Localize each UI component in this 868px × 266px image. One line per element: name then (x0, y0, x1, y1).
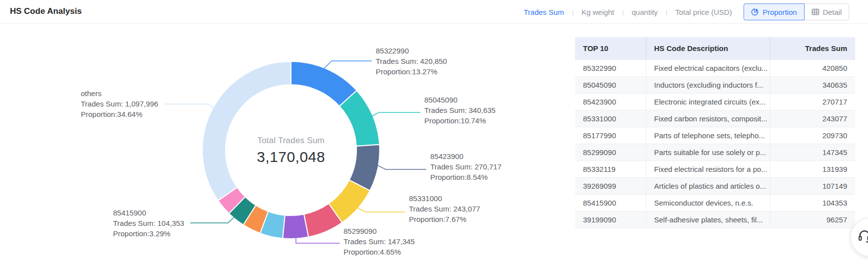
metric-tab-kg-weight[interactable]: Kg weight (580, 8, 615, 16)
metric-tab-total-price-usd-[interactable]: Total price (USD) (674, 8, 733, 16)
table-row[interactable]: 85331000Fixed carbon resistors, composit… (575, 110, 855, 127)
table-icon (811, 8, 819, 16)
slice-label-trades-sum: Trades Sum: 147,345 (344, 236, 415, 247)
table-row[interactable]: 39269099Articles of plastics and article… (575, 177, 855, 194)
proportion-button-label: Proportion (762, 8, 797, 16)
cell-value: 209730 (770, 127, 855, 144)
table-row[interactable]: 85332119Fixed electrical resistors for a… (575, 160, 855, 177)
tab-separator: | (622, 8, 624, 16)
pie-chart-icon (751, 8, 759, 16)
cell-value: 131939 (770, 160, 855, 177)
cell-description: Electronic integrated circuits (ex... (646, 93, 770, 110)
slice-label-name: 85331000 (409, 193, 480, 204)
table-row[interactable]: 85415900Semiconductor devices, n.e.s.104… (575, 194, 855, 211)
table-row[interactable]: 39199090Self-adhesive plates, sheets, fi… (575, 211, 855, 228)
view-toggle-group: Proportion Detail (744, 3, 849, 20)
slice-label-85045090: 85045090Trades Sum: 340,635Proportion:10… (424, 95, 496, 126)
cell-value: 96257 (770, 211, 855, 228)
detail-button[interactable]: Detail (804, 3, 849, 20)
metric-tabs: Trades Sum|Kg weight|quantity|Total pric… (522, 8, 733, 16)
slice-label-85322990: 85322990Trades Sum: 420,850Proportion:13… (376, 46, 447, 77)
cell-value: 270717 (770, 93, 855, 110)
proportion-button[interactable]: Proportion (744, 3, 804, 20)
label-callout-85045090 (371, 112, 420, 117)
table-row[interactable]: 85299090Parts suitable for use solely or… (575, 144, 855, 160)
table-row[interactable]: 85322990Fixed electrical capacitors (exc… (575, 59, 855, 76)
headset-icon (857, 228, 868, 243)
cell-value: 340635 (770, 76, 855, 93)
cell-description: Fixed carbon resistors, composit... (646, 110, 770, 127)
slice-label-proportion: Proportion:10.74% (424, 115, 496, 126)
label-callout-85322990 (323, 61, 372, 69)
slice-label-name: 85423900 (430, 151, 502, 161)
table-row[interactable]: 85177990Parts of telephone sets, telepho… (575, 127, 855, 144)
cell-code: 85045090 (575, 76, 646, 93)
cell-code: 85299090 (575, 144, 646, 160)
slice-label-85423900: 85423900Trades Sum: 270,717Proportion:8.… (430, 151, 502, 182)
donut-chart-area: Total Trades Sum 3,170,048 85322990Trade… (0, 24, 525, 266)
tab-separator: | (572, 8, 574, 16)
detail-button-label: Detail (823, 8, 842, 16)
cell-code: 85177990 (575, 127, 646, 144)
slice-label-trades-sum: Trades Sum: 340,635 (424, 105, 496, 115)
slice-label-proportion: Proportion:4.65% (344, 247, 415, 257)
cell-code: 85322990 (575, 59, 646, 76)
slice-label-proportion: Proportion:8.54% (430, 172, 502, 182)
cell-value: 243077 (770, 110, 855, 127)
slice-label-trades-sum: Trades Sum: 243,077 (409, 204, 480, 214)
page-header: HS Code Analysis Trades Sum|Kg weight|qu… (0, 0, 868, 24)
table-header: TOP 10HS Code DescriptionTrades Sum (575, 37, 855, 59)
tab-separator: | (666, 8, 667, 16)
slice-label-trades-sum: Trades Sum: 270,717 (430, 161, 502, 172)
slice-label-85415900: 85415900Trades Sum: 104,353Proportion:3.… (113, 208, 184, 239)
slice-label-proportion: Proportion:34.64% (81, 109, 158, 119)
cell-value: 420850 (770, 59, 855, 76)
slice-label-name: 85045090 (424, 95, 496, 105)
cell-code: 85331000 (575, 110, 646, 127)
cell-description: Self-adhesive plates, sheets, fil... (646, 211, 770, 228)
slice-label-trades-sum: Trades Sum: 420,850 (376, 56, 447, 66)
column-header-1: HS Code Description (646, 37, 770, 59)
slice-label-85331000: 85331000Trades Sum: 243,077Proportion:7.… (409, 193, 480, 224)
page-title: HS Code Analysis (10, 6, 82, 16)
label-callout-85423900 (377, 165, 426, 169)
slice-label-name: others (81, 88, 158, 99)
cell-code: 85415900 (575, 194, 646, 211)
column-header-2: Trades Sum (770, 37, 855, 59)
metric-tab-quantity[interactable]: quantity (631, 8, 659, 16)
slice-label-85299090: 85299090Trades Sum: 147,345Proportion:4.… (344, 226, 415, 257)
label-callout-others (165, 104, 218, 112)
cell-value: 107149 (770, 177, 855, 194)
metric-tab-trades-sum[interactable]: Trades Sum (522, 8, 565, 16)
slice-label-proportion: Proportion:3.29% (113, 228, 184, 239)
cell-description: Parts of telephone sets, telepho... (646, 127, 770, 144)
pie-slice-85299090[interactable] (283, 214, 308, 239)
table-row[interactable]: 85423900Electronic integrated circuits (… (575, 93, 855, 110)
header-controls: Trades Sum|Kg weight|quantity|Total pric… (522, 0, 849, 24)
slice-label-proportion: Proportion:7.67% (409, 214, 480, 224)
cell-description: Parts suitable for use solely or p... (646, 144, 770, 160)
cell-description: Inductors (excluding inductors f... (646, 76, 770, 93)
cell-description: Semiconductor devices, n.e.s. (646, 194, 770, 211)
cell-value: 147345 (770, 144, 855, 160)
cell-code: 85423900 (575, 93, 646, 110)
slice-label-name: 85322990 (376, 46, 447, 56)
slice-label-others: othersTrades Sum: 1,097,996Proportion:34… (81, 88, 158, 119)
slice-label-name: 85415900 (113, 208, 184, 218)
table-row[interactable]: 85045090Inductors (excluding inductors f… (575, 76, 855, 93)
cell-description: Fixed electrical capacitors (exclu... (646, 59, 770, 76)
slice-label-trades-sum: Trades Sum: 1,097,996 (81, 99, 158, 109)
column-header-0: TOP 10 (575, 37, 646, 59)
slice-label-name: 85299090 (344, 226, 415, 236)
top10-table: TOP 10HS Code DescriptionTrades Sum 8532… (575, 37, 855, 228)
cell-description: Articles of plastics and articles o... (646, 177, 770, 194)
cell-code: 39199090 (575, 211, 646, 228)
cell-code: 85332119 (575, 160, 646, 177)
cell-code: 39269099 (575, 177, 646, 194)
cell-value: 104353 (770, 194, 855, 211)
label-callout-85415900 (190, 216, 235, 223)
hs-code-analysis-page: HS Code Analysis Trades Sum|Kg weight|qu… (0, 0, 868, 266)
cell-description: Fixed electrical resistors for a po... (646, 160, 770, 177)
pie-slice-others[interactable] (202, 61, 291, 201)
slice-label-trades-sum: Trades Sum: 104,353 (113, 218, 184, 228)
